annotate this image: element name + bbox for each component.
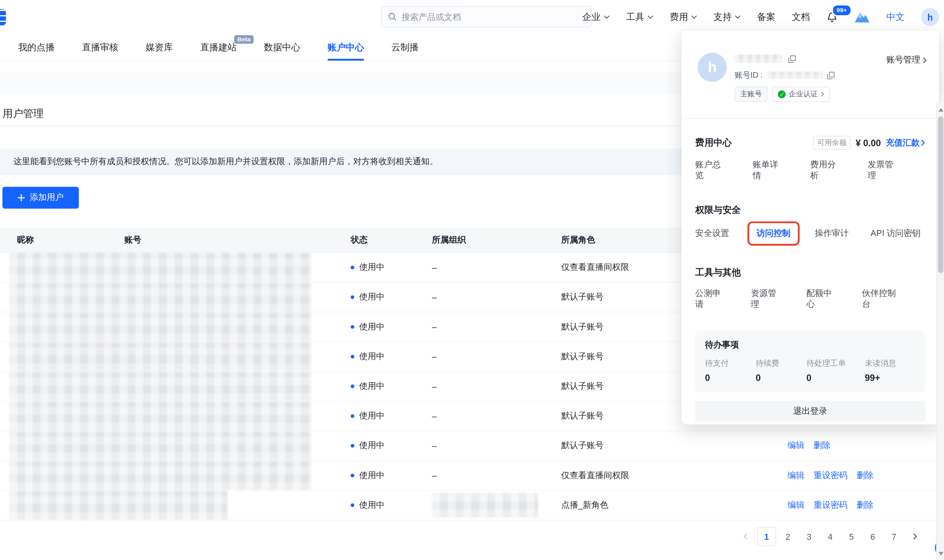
tab-live-site[interactable]: 直播建站 Beta xyxy=(200,34,236,60)
table-row: 使用中 – 仅查看直播间权限 编辑 重设密码 删除 xyxy=(0,461,944,491)
edit-user-link[interactable]: 编辑 xyxy=(788,500,805,511)
account-manage-link[interactable]: 账号管理 xyxy=(886,55,927,66)
col-nickname: 昵称 xyxy=(17,227,34,252)
role-cell: 默认子账号 xyxy=(561,431,604,461)
search-box[interactable] xyxy=(381,6,592,27)
notifications-button[interactable]: 99+ xyxy=(826,11,838,23)
delete-user-link[interactable]: 删除 xyxy=(857,470,874,481)
delete-user-link[interactable]: 删除 xyxy=(857,500,874,511)
todo-item-pending-pay[interactable]: 待支付 0 xyxy=(705,358,756,383)
org-cell: – xyxy=(432,461,437,490)
menu-label: 文档 xyxy=(792,11,810,23)
language-switch[interactable]: 中文 xyxy=(886,11,905,23)
billing-link-bills[interactable]: 账单详情 xyxy=(753,159,786,181)
todo-item-renewal[interactable]: 待续费 0 xyxy=(756,358,806,383)
security-link-settings[interactable]: 安全设置 xyxy=(695,228,729,239)
add-user-label: 添加用户 xyxy=(30,192,64,203)
beta-badge: Beta xyxy=(234,35,254,44)
balance-label: 可用余额 xyxy=(813,136,851,150)
menu-billing[interactable]: 费用 xyxy=(670,11,697,23)
page-button-5[interactable]: 5 xyxy=(842,527,861,546)
copy-icon[interactable] xyxy=(788,55,796,63)
billing-link-overview[interactable]: 账户总览 xyxy=(695,159,728,181)
balance-group: 可用余额 ¥ 0.00 充值汇款 xyxy=(813,136,925,150)
menu-docs[interactable]: 文档 xyxy=(792,11,810,23)
user-avatar[interactable]: h xyxy=(921,8,939,26)
logout-button[interactable]: 退出登录 xyxy=(695,401,925,422)
tab-data-center[interactable]: 数据中心 xyxy=(264,34,300,60)
enterprise-cert-tag[interactable]: 企业认证 xyxy=(772,87,830,102)
org-cell: – xyxy=(432,402,437,431)
page-button-4[interactable]: 4 xyxy=(821,527,839,546)
menu-enterprise[interactable]: 企业 xyxy=(582,11,610,23)
status-cell: 使用中 xyxy=(351,372,385,401)
billing-link-invoice[interactable]: 发票管理 xyxy=(868,159,901,181)
chevron-left-icon xyxy=(743,533,747,540)
actions-cell: 编辑 重设密码 删除 xyxy=(788,491,874,520)
add-user-button[interactable]: 添加用户 xyxy=(2,187,79,209)
todo-title: 待办事项 xyxy=(705,340,739,349)
menu-label: 企业 xyxy=(582,11,601,23)
security-link-audit[interactable]: 操作审计 xyxy=(815,228,849,239)
tools-link-beta-apply[interactable]: 公测申请 xyxy=(695,288,726,310)
delete-user-link[interactable]: 删除 xyxy=(814,440,831,451)
account-id-label: 账号ID : xyxy=(735,70,763,81)
menu-label: 支持 xyxy=(713,11,732,23)
menu-tools[interactable]: 工具 xyxy=(626,11,653,23)
redacted-account-id xyxy=(767,72,823,79)
access-control-link[interactable]: 访问控制 xyxy=(756,228,790,239)
page-button-2[interactable]: 2 xyxy=(778,527,797,546)
redacted-user-info xyxy=(9,491,227,520)
tools-link-quota[interactable]: 配额中心 xyxy=(806,288,837,310)
redacted-user-info xyxy=(9,283,311,312)
tab-account-center[interactable]: 账户中心 xyxy=(328,34,364,60)
scrollbar[interactable] xyxy=(936,103,944,560)
chevron-right-icon xyxy=(913,533,917,540)
status-dot xyxy=(351,474,354,477)
copy-icon[interactable] xyxy=(827,71,835,79)
chevron-down-icon xyxy=(604,15,610,19)
page-button-1[interactable]: 1 xyxy=(757,527,776,546)
search-input[interactable] xyxy=(402,12,585,21)
menu-label: 工具 xyxy=(626,11,644,23)
scrollbar-thumb[interactable] xyxy=(938,117,943,273)
app-root: 企业 工具 费用 支持 备案 文档 99+ xyxy=(0,0,944,560)
edit-user-link[interactable]: 编辑 xyxy=(788,440,805,451)
tools-link-partner[interactable]: 伙伴控制台 xyxy=(862,288,900,310)
scroll-up-arrow[interactable] xyxy=(939,108,943,112)
next-page-button[interactable] xyxy=(906,527,924,546)
billing-link-analysis[interactable]: 费用分析 xyxy=(810,159,843,181)
account-tags: 主账号 企业认证 xyxy=(735,87,830,102)
scroll-down-arrow[interactable] xyxy=(939,552,943,555)
page-button-3[interactable]: 3 xyxy=(800,527,818,546)
billing-title: 费用中心 xyxy=(695,137,731,149)
page-button-7[interactable]: 7 xyxy=(885,527,903,546)
status-dot xyxy=(351,325,354,329)
tab-live-review[interactable]: 直播审核 xyxy=(82,34,118,60)
org-cell: – xyxy=(432,342,437,371)
tools-link-resources[interactable]: 资源管理 xyxy=(751,288,782,310)
menu-support[interactable]: 支持 xyxy=(713,11,741,23)
reset-password-link[interactable]: 重设密码 xyxy=(814,470,848,481)
table-row: 使用中 点播_新角色 编辑 重设密码 删除 xyxy=(0,491,944,520)
role-cell: 默认子账号 xyxy=(561,283,604,312)
tab-media-library[interactable]: 媒资库 xyxy=(146,34,173,60)
recharge-link[interactable]: 充值汇款 xyxy=(886,137,925,148)
page-button-6[interactable]: 6 xyxy=(863,527,882,546)
redacted-user-info xyxy=(9,431,311,461)
tab-cloud-production[interactable]: 云制播 xyxy=(391,34,419,60)
col-account: 账号 xyxy=(124,227,142,252)
chevron-down-icon xyxy=(691,15,697,19)
edit-user-link[interactable]: 编辑 xyxy=(788,470,805,481)
todo-item-tickets[interactable]: 待处理工单 0 xyxy=(806,358,865,383)
pagination: 1 2 3 4 5 6 7 xyxy=(736,527,925,546)
status-dot xyxy=(351,503,354,507)
prev-page-button[interactable] xyxy=(736,527,755,546)
menu-icp[interactable]: 备案 xyxy=(757,11,775,23)
status-dot xyxy=(351,355,354,358)
tab-my-vod[interactable]: 我的点播 xyxy=(18,34,55,60)
reset-password-link[interactable]: 重设密码 xyxy=(814,500,848,511)
todo-item-unread[interactable]: 未读消息 99+ xyxy=(865,358,916,383)
security-link-api-keys[interactable]: API 访问密钥 xyxy=(871,228,921,239)
org-cell: – xyxy=(432,431,437,461)
